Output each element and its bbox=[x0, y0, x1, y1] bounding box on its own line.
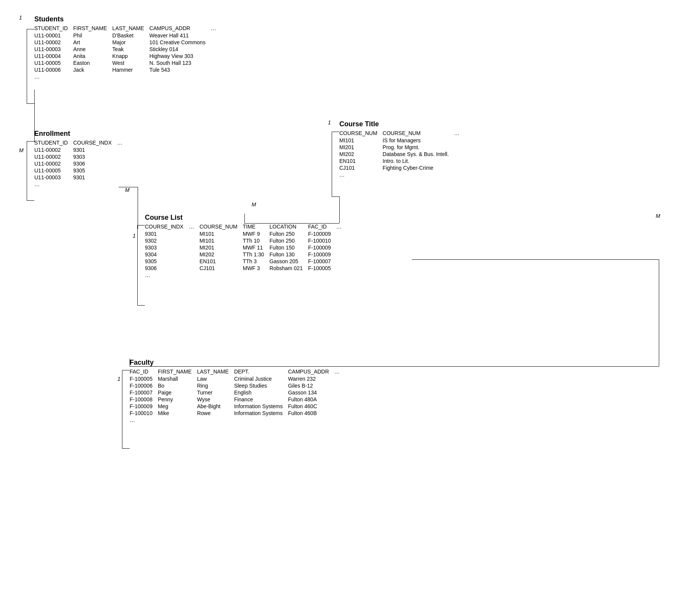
mult-faculty-1: 1 bbox=[117, 376, 120, 382]
mult-enrollment-m-left: M bbox=[19, 147, 24, 153]
course-title-table: COURSE_NUM COURSE_NUM … MI101IS for Mana… bbox=[339, 130, 465, 178]
mult-course-list-1: 1 bbox=[133, 233, 136, 239]
mult-course-list-m-right: M bbox=[656, 213, 660, 219]
mult-course-title-1: 1 bbox=[328, 119, 331, 126]
line-enrollment-courselist-v bbox=[138, 187, 138, 229]
line-courselist-faculty-v1 bbox=[659, 259, 659, 366]
line-courselist-faculty-h2 bbox=[130, 366, 659, 367]
students-entity: Students STUDENT_ID FIRST_NAME LAST_NAME… bbox=[27, 15, 222, 80]
students-col-id: STUDENT_ID bbox=[34, 25, 73, 32]
line-coursetitle-courselist-v2 bbox=[244, 214, 245, 223]
line-students-enrollment bbox=[34, 103, 35, 142]
line-courselist-faculty-h1 bbox=[412, 259, 659, 260]
course-list-table: COURSE_INDX … COURSE_NUM TIME LOCATION F… bbox=[145, 223, 347, 278]
students-col-more: … bbox=[211, 25, 222, 32]
students-col-lname: LAST_NAME bbox=[112, 25, 149, 32]
students-table: STUDENT_ID FIRST_NAME LAST_NAME CAMPUS_A… bbox=[34, 25, 222, 80]
faculty-table: FAC_ID FIRST_NAME LAST_NAME DEPT. CAMPUS… bbox=[130, 368, 345, 423]
mult-course-list-m-top: M bbox=[252, 201, 256, 208]
students-title: Students bbox=[34, 15, 222, 23]
faculty-entity: Faculty FAC_ID FIRST_NAME LAST_NAME DEPT… bbox=[122, 359, 345, 423]
mult-enrollment-m-right: M bbox=[125, 187, 130, 193]
course-title-entity: Course Title COURSE_NUM COURSE_NUM … MI1… bbox=[332, 120, 465, 178]
students-col-addr: CAMPUS_ADDR bbox=[149, 25, 211, 32]
enrollment-title: Enrollment bbox=[34, 130, 128, 138]
line-coursetitle-courselist-v bbox=[339, 196, 340, 223]
line-coursetitle-courselist-h bbox=[244, 223, 339, 224]
faculty-title: Faculty bbox=[130, 359, 345, 367]
mult-students-1: 1 bbox=[19, 14, 22, 21]
enrollment-entity: Enrollment STUDENT_ID COURSE_INDX … U11-… bbox=[27, 130, 128, 188]
students-col-fname: FIRST_NAME bbox=[73, 25, 112, 32]
enrollment-table: STUDENT_ID COURSE_INDX … U11-000029301 U… bbox=[34, 139, 128, 188]
line-courselist-faculty-v2 bbox=[130, 359, 130, 366]
line-enrollment-courselist-h1 bbox=[119, 187, 138, 187]
course-list-title: Course List bbox=[145, 214, 347, 222]
diagram: Students STUDENT_ID FIRST_NAME LAST_NAME… bbox=[15, 11, 686, 599]
course-title-title: Course Title bbox=[339, 120, 465, 128]
